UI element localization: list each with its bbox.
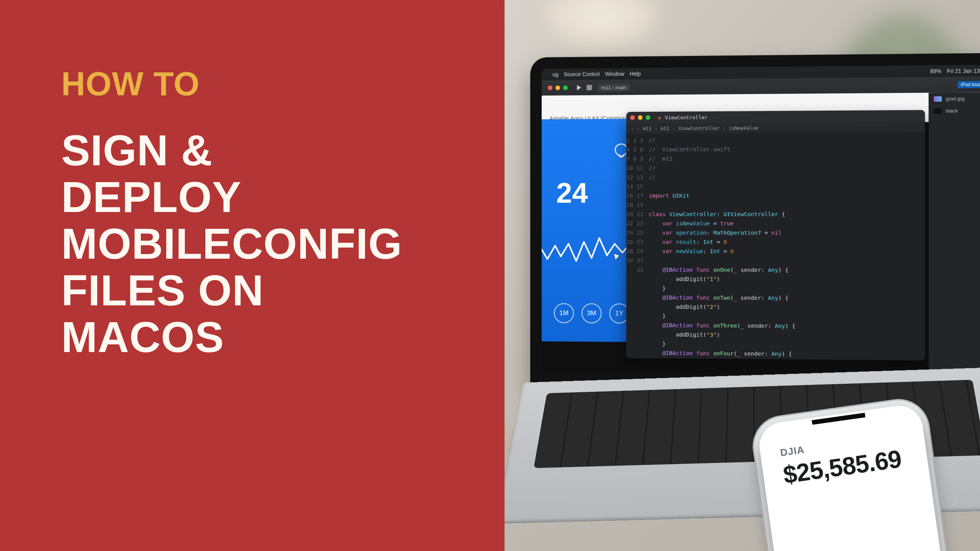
phone: DJIA $25,585.69 xyxy=(756,403,947,551)
swift-icon: ◆ xyxy=(658,114,661,120)
menu-item[interactable]: ug xyxy=(552,71,559,77)
eyebrow: HOW TO xyxy=(61,67,474,100)
code-body[interactable]: // // ViewController.swift // m11 // // … xyxy=(644,132,925,360)
stop-icon[interactable] xyxy=(587,85,592,90)
xcode-inspector: grad.jpg black xyxy=(929,92,980,376)
bg-blur xyxy=(520,0,681,57)
path-segment[interactable]: ViewController xyxy=(679,125,720,131)
hero-title: Sign &DeployMobileConfigFiles onmacOS xyxy=(61,127,474,360)
menu-item[interactable]: Source Control xyxy=(564,71,600,77)
laptop-screen: ugSource ControlWindowHelp 89%Fri 21 Jan… xyxy=(542,65,980,376)
window-traffic-lights[interactable] xyxy=(548,85,568,90)
window-traffic-lights[interactable] xyxy=(630,115,651,120)
menu-item[interactable]: Help xyxy=(630,70,641,77)
code-titlebar: ◆ ViewController xyxy=(626,110,925,123)
menubar-status: Fri 21 Jan 13:53 xyxy=(947,68,980,74)
code-pathbar[interactable]: ‹ ›m11›m11›ViewController›isNewValue xyxy=(626,122,925,134)
window-title: ViewController xyxy=(665,114,707,121)
menu-item[interactable]: Window xyxy=(605,71,624,77)
phone-screen: DJIA $25,585.69 xyxy=(764,411,939,551)
path-segment[interactable]: m11 xyxy=(661,125,670,131)
scheme-selector[interactable]: m11 › main xyxy=(598,83,630,91)
period-button[interactable]: 3M xyxy=(582,303,602,323)
code-editor-window: ◆ ViewController ‹ ›m11›m11›ViewControll… xyxy=(626,110,925,360)
path-segment[interactable]: m11 xyxy=(643,126,652,131)
page: HOW TO Sign &DeployMobileConfigFiles onm… xyxy=(0,0,980,551)
device-tag[interactable]: iPod touch xyxy=(958,81,980,88)
photo-panel: ugSource ControlWindowHelp 89%Fri 21 Jan… xyxy=(505,0,980,551)
path-segment[interactable]: isNewValue xyxy=(729,125,758,131)
run-icon[interactable] xyxy=(577,85,581,90)
period-button[interactable]: 1M xyxy=(554,303,574,323)
laptop: ugSource ControlWindowHelp 89%Fri 21 Jan… xyxy=(530,53,980,395)
menubar-status: 89% xyxy=(930,68,941,75)
asset-row[interactable]: grad.jpg xyxy=(929,92,980,105)
asset-row[interactable]: black xyxy=(929,104,980,117)
hero-panel: HOW TO Sign &DeployMobileConfigFiles onm… xyxy=(0,0,505,551)
